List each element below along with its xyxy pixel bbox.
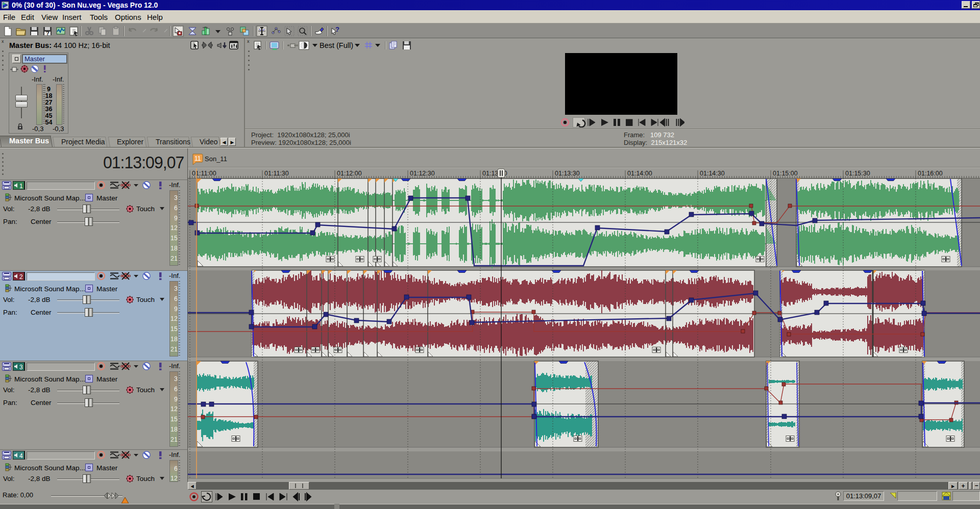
svg-text:?: ? [46,30,50,36]
svg-text:01:15:00: 01:15:00 [773,170,798,177]
svg-text:Son_11: Son_11 [205,155,227,163]
svg-text:01:14:00: 01:14:00 [627,170,652,177]
svg-text:?: ? [335,26,339,33]
svg-text:01:13:30: 01:13:30 [555,170,580,177]
svg-text:11: 11 [194,155,201,162]
svg-text:01:12:30: 01:12:30 [410,170,435,177]
svg-text:01:16:00: 01:16:00 [918,170,943,177]
svg-text:01:11:30: 01:11:30 [264,170,289,177]
svg-text:01:14:30: 01:14:30 [700,170,725,177]
svg-text:01:12:00: 01:12:00 [337,170,362,177]
svg-text:01:15:30: 01:15:30 [845,170,870,177]
svg-text:01:11:00: 01:11:00 [192,170,216,177]
